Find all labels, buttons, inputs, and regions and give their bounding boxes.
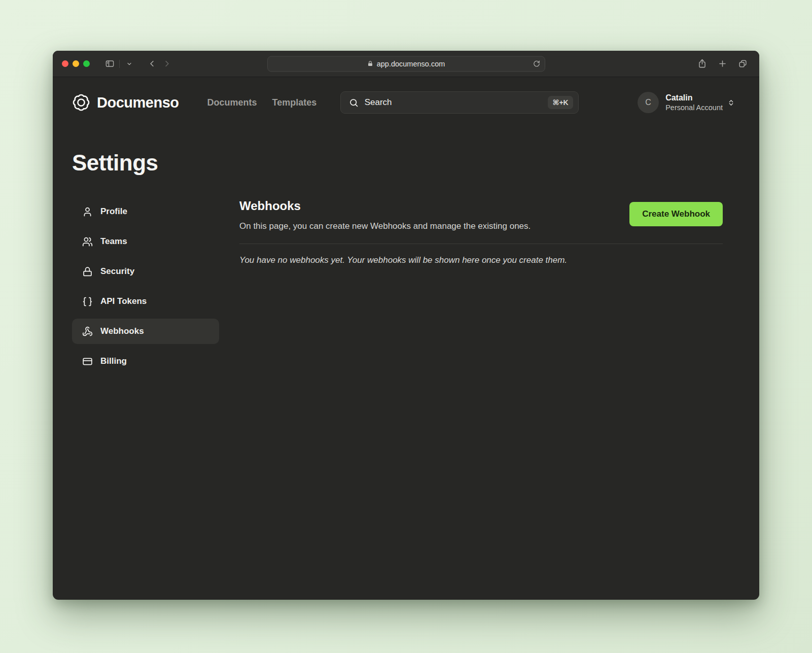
search-input[interactable]: Search ⌘+K: [340, 91, 579, 114]
minimize-window-button[interactable]: [73, 60, 79, 67]
sidebar-menu-chevron-icon[interactable]: [122, 57, 137, 71]
documenso-badge-icon: [72, 93, 90, 112]
settings-layout: Profile Teams Security: [53, 199, 759, 600]
share-icon[interactable]: [694, 57, 710, 71]
settings-sidebar: Profile Teams Security: [72, 199, 219, 600]
create-webhook-button[interactable]: Create Webhook: [629, 202, 723, 226]
documenso-logo[interactable]: Documenso: [72, 93, 179, 112]
toolbar-divider: [119, 60, 120, 68]
chevrons-up-down-icon: [727, 99, 735, 107]
account-menu[interactable]: C Catalin Personal Account: [638, 92, 735, 113]
lock-icon: [367, 61, 373, 67]
nav-documents[interactable]: Documents: [207, 97, 257, 108]
sidebar-item-profile[interactable]: Profile: [72, 199, 219, 224]
sidebar-item-label: Billing: [100, 356, 127, 366]
reload-icon[interactable]: [533, 60, 540, 67]
nav-templates[interactable]: Templates: [272, 97, 317, 108]
account-name: Catalin: [665, 93, 723, 103]
webhooks-empty-state: You have no webhooks yet. Your webhooks …: [239, 255, 723, 265]
sidebar-item-security[interactable]: Security: [72, 259, 219, 284]
tab-overview-icon[interactable]: [735, 57, 750, 71]
sidebar-item-label: API Tokens: [100, 296, 147, 306]
sidebar-item-api-tokens[interactable]: API Tokens: [72, 289, 219, 314]
search-placeholder: Search: [365, 97, 392, 108]
search-icon: [349, 98, 359, 108]
sidebar-item-label: Teams: [100, 236, 127, 247]
lock-icon: [82, 266, 93, 277]
browser-window: app.documenso.com: [53, 51, 759, 600]
credit-card-icon: [82, 356, 93, 367]
webhooks-panel: Webhooks On this page, you can create ne…: [239, 199, 723, 600]
sidebar-item-teams[interactable]: Teams: [72, 229, 219, 254]
sidebar-item-label: Webhooks: [100, 326, 144, 336]
page-title: Settings: [72, 150, 759, 176]
zoom-window-button[interactable]: [83, 60, 90, 67]
browser-titlebar: app.documenso.com: [53, 51, 759, 77]
close-window-button[interactable]: [62, 60, 68, 67]
sidebar-item-label: Profile: [100, 207, 127, 217]
sidebar-item-label: Security: [100, 266, 134, 277]
section-description: On this page, you can create new Webhook…: [239, 221, 531, 232]
new-tab-icon[interactable]: [715, 57, 730, 71]
account-type: Personal Account: [665, 103, 723, 112]
user-icon: [82, 207, 93, 217]
app-header: Documenso Documents Templates Search ⌘+K…: [53, 77, 759, 128]
main-nav: Documents Templates: [207, 97, 316, 108]
back-button[interactable]: [144, 57, 159, 71]
section-heading: Webhooks: [239, 199, 531, 214]
search-shortcut-badge: ⌘+K: [548, 96, 573, 109]
sidebar-toggle-icon[interactable]: [102, 57, 117, 71]
forward-button[interactable]: [159, 57, 174, 71]
braces-icon: [82, 296, 93, 307]
section-divider: [239, 244, 723, 244]
url-bar[interactable]: app.documenso.com: [267, 56, 545, 72]
webhook-icon: [82, 326, 93, 337]
url-text: app.documenso.com: [377, 60, 445, 68]
sidebar-item-webhooks[interactable]: Webhooks: [72, 319, 219, 344]
traffic-lights: [62, 60, 90, 67]
users-icon: [82, 236, 93, 247]
brand-name: Documenso: [97, 94, 179, 111]
avatar: C: [638, 92, 659, 113]
sidebar-item-billing[interactable]: Billing: [72, 349, 219, 374]
